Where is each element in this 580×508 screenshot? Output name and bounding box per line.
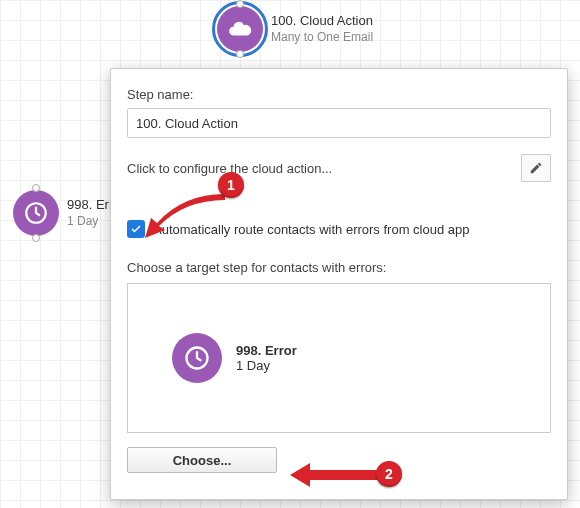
auto-route-checkbox[interactable]: [127, 220, 145, 238]
step-config-popup: Step name: Click to configure the cloud …: [110, 68, 568, 500]
check-icon: [130, 223, 142, 235]
node-port-bottom[interactable]: [32, 234, 40, 242]
step-name-input[interactable]: [127, 108, 551, 138]
annotation-arrow-1: [145, 190, 235, 240]
node-port-bottom[interactable]: [236, 50, 244, 58]
canvas-node-cloud-action[interactable]: 100. Cloud Action Many to One Email: [217, 6, 373, 52]
clock-icon: [172, 333, 222, 383]
node-label: 998. Err 1 Day: [67, 197, 113, 228]
pencil-icon: [529, 161, 543, 175]
annotation-arrow-2: [290, 460, 380, 490]
step-name-label: Step name:: [127, 87, 551, 102]
target-step-box: 998. Error 1 Day: [127, 283, 551, 433]
annotation-badge-1: 1: [218, 172, 244, 198]
choose-button[interactable]: Choose...: [127, 447, 277, 473]
target-step-label-text: 998. Error 1 Day: [236, 343, 297, 373]
node-port-top[interactable]: [32, 184, 40, 192]
canvas-node-error[interactable]: 998. Err 1 Day: [13, 190, 113, 236]
node-port-top[interactable]: [236, 0, 244, 8]
target-step-label: Choose a target step for contacts with e…: [127, 260, 551, 275]
cloud-icon: [217, 6, 263, 52]
edit-button[interactable]: [521, 154, 551, 182]
annotation-badge-2: 2: [376, 461, 402, 487]
node-label: 100. Cloud Action Many to One Email: [271, 13, 373, 44]
clock-icon: [13, 190, 59, 236]
